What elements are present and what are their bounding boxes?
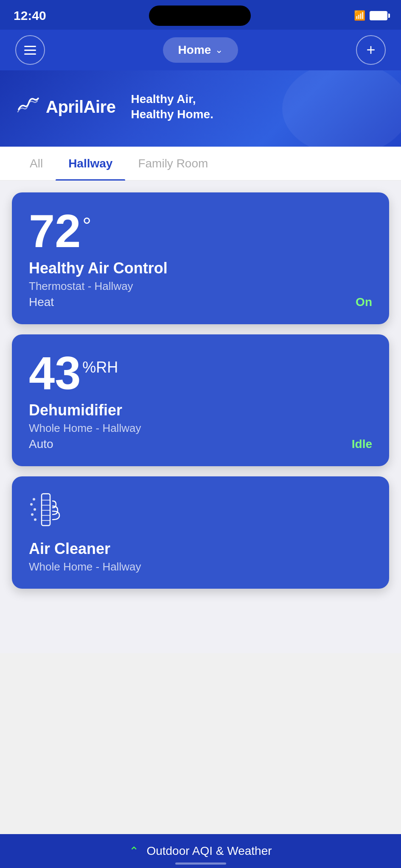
dehumidifier-status: Idle [352, 437, 372, 451]
logo-icon [17, 96, 39, 118]
humidity-unit: %RH [82, 360, 118, 375]
humidity-value: 43 [29, 350, 81, 396]
thermostat-location: Thermostat - Hallway [29, 280, 372, 293]
bottom-spacer [12, 599, 389, 641]
up-chevron-icon: ⌃ [129, 844, 139, 858]
temperature-unit: ° [82, 214, 91, 236]
menu-button[interactable] [15, 35, 45, 65]
bottom-bar-label: Outdoor AQI & Weather [146, 844, 272, 858]
thermostat-status-row: Heat On [29, 295, 372, 309]
svg-point-8 [34, 508, 36, 511]
dehumidifier-device-name: Dehumidifier [29, 401, 372, 419]
humidity-display: 43 %RH [29, 350, 372, 396]
dehumidifier-card[interactable]: 43 %RH Dehumidifier Whole Home - Hallway… [12, 334, 389, 466]
hamburger-line-3 [24, 53, 36, 55]
thermostat-mode: Heat [29, 295, 54, 309]
status-bar: 12:40 📶 [0, 0, 401, 30]
air-cleaner-icon [29, 492, 372, 531]
home-selector-button[interactable]: Home ⌄ [163, 37, 238, 63]
tab-all[interactable]: All [17, 147, 56, 181]
svg-point-7 [30, 503, 33, 506]
wifi-icon: 📶 [354, 10, 365, 21]
tabs-bar: All Hallway Family Room [0, 147, 401, 181]
header-nav: Home ⌄ + [0, 30, 401, 70]
battery-icon [370, 11, 387, 20]
svg-point-9 [31, 513, 34, 516]
aprilaire-logo: AprilAire [17, 96, 115, 118]
hamburger-line-1 [24, 46, 36, 47]
dehumidifier-mode: Auto [29, 437, 53, 451]
air-cleaner-card[interactable]: Air Cleaner Whole Home - Hallway [12, 476, 389, 589]
home-label: Home [178, 43, 211, 57]
hero-tagline: Healthy Air,Healthy Home. [131, 92, 213, 122]
logo-text: AprilAire [46, 97, 115, 117]
status-time: 12:40 [14, 8, 46, 23]
dehumidifier-location: Whole Home - Hallway [29, 422, 372, 435]
hero-banner: AprilAire Healthy Air,Healthy Home. [0, 70, 401, 147]
tab-family-room[interactable]: Family Room [125, 147, 221, 181]
status-icons: 📶 [354, 10, 387, 21]
add-button[interactable]: + [356, 35, 386, 65]
thermostat-card[interactable]: 72 ° Healthy Air Control Thermostat - Ha… [12, 192, 389, 324]
temperature-display: 72 ° [29, 208, 372, 254]
plus-icon: + [366, 42, 375, 58]
chevron-down-icon: ⌄ [215, 45, 223, 56]
thermostat-device-name: Healthy Air Control [29, 259, 372, 277]
dynamic-island [149, 6, 251, 26]
bottom-bar[interactable]: ⌃ Outdoor AQI & Weather [0, 834, 401, 868]
home-indicator [175, 862, 226, 865]
tab-hallway[interactable]: Hallway [56, 147, 125, 181]
temperature-value: 72 [29, 208, 81, 254]
hamburger-line-2 [24, 50, 36, 51]
svg-point-6 [33, 498, 35, 501]
air-cleaner-device-name: Air Cleaner [29, 540, 372, 558]
main-content: 72 ° Healthy Air Control Thermostat - Ha… [0, 181, 401, 653]
svg-point-10 [34, 518, 36, 521]
air-cleaner-location: Whole Home - Hallway [29, 560, 372, 573]
thermostat-status: On [356, 295, 372, 309]
dehumidifier-status-row: Auto Idle [29, 437, 372, 451]
